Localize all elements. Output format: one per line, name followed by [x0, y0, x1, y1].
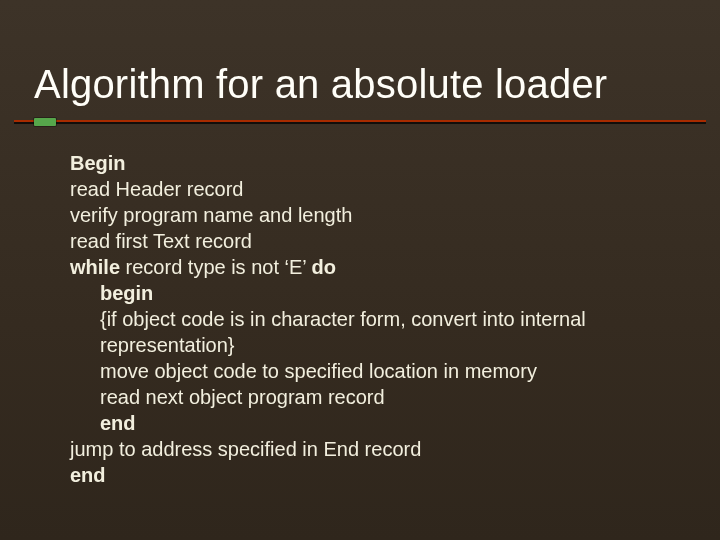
kw-do: do [312, 256, 336, 278]
algo-line-end: end [70, 462, 690, 488]
algo-line: verify program name and length [70, 202, 690, 228]
algo-line: jump to address specified in End record [70, 436, 690, 462]
kw-end: end [70, 464, 106, 486]
slide: Algorithm for an absolute loader Begin r… [0, 0, 720, 540]
kw-end-inner: end [100, 412, 136, 434]
divider-shadow [14, 122, 706, 124]
kw-while: while [70, 256, 120, 278]
slide-title: Algorithm for an absolute loader [34, 62, 607, 107]
algo-line: read next object program record [70, 384, 690, 410]
algo-line-while: while record type is not ‘E’ do [70, 254, 690, 280]
algo-line: read Header record [70, 176, 690, 202]
algorithm-body: Begin read Header record verify program … [70, 150, 690, 488]
kw-begin-inner: begin [100, 282, 153, 304]
algo-line: representation} [70, 332, 690, 358]
algo-line: read first Text record [70, 228, 690, 254]
divider-accent [34, 118, 56, 126]
algo-line-inner-end: end [70, 410, 690, 436]
algo-text: record type is not ‘E’ [120, 256, 312, 278]
algo-line-inner-begin: begin [70, 280, 690, 306]
algo-line: move object code to specified location i… [70, 358, 690, 384]
algo-line-begin: Begin [70, 150, 690, 176]
title-divider [14, 120, 706, 124]
algo-line: {if object code is in character form, co… [70, 306, 690, 332]
kw-begin: Begin [70, 152, 126, 174]
